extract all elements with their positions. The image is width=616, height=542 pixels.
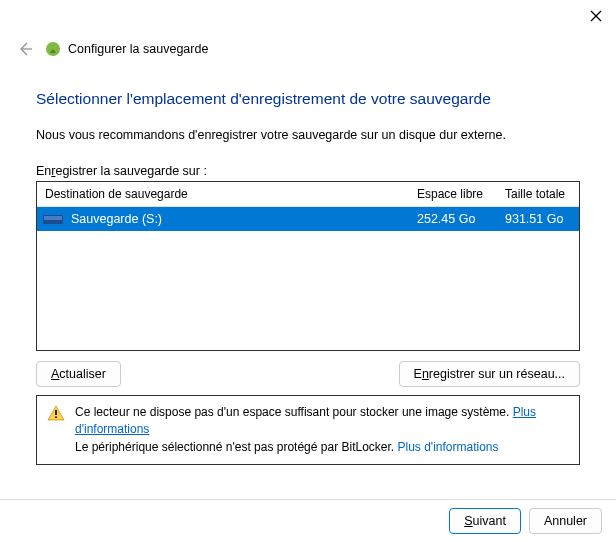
col-destination[interactable]: Destination de sauvegarde [37,182,409,206]
page-title: Sélectionner l'emplacement d'enregistrem… [36,90,580,108]
drive-icon [43,213,63,225]
back-button[interactable] [14,38,36,60]
col-total-size[interactable]: Taille totale [497,182,579,206]
drive-free: 252.45 Go [409,212,497,226]
recommendation-text: Nous vous recommandons d'enregistrer vot… [36,128,580,142]
svg-rect-5 [44,216,62,220]
warning1-text: Ce lecteur ne dispose pas d'un espace su… [75,405,513,419]
svg-rect-6 [55,410,57,415]
table-row[interactable]: Sauvegarde (S:) 252.45 Go 931.51 Go [37,207,579,231]
save-on-network-button[interactable]: Enregistrer sur un réseau... [399,361,580,387]
warning2-text: Le périphérique sélectionné n'est pas pr… [75,440,398,454]
save-on-label: Enregistrer la sauvegarde sur : [36,164,580,178]
cancel-button[interactable]: Annuler [529,508,602,534]
refresh-button[interactable]: Actualiser [36,361,121,387]
col-free-space[interactable]: Espace libre [409,182,497,206]
warning-box: Ce lecteur ne dispose pas d'un espace su… [36,395,580,465]
wizard-icon [44,40,62,58]
wizard-title: Configurer la sauvegarde [68,42,208,56]
svg-rect-7 [55,416,57,418]
warning-icon [47,405,65,421]
drive-name: Sauvegarde (S:) [71,212,162,226]
close-button[interactable] [590,8,606,24]
destination-table[interactable]: Destination de sauvegarde Espace libre T… [36,181,580,351]
warning2-link[interactable]: Plus d'informations [398,440,499,454]
svg-point-3 [46,42,60,56]
next-button[interactable]: Suivant [449,508,521,534]
drive-total: 931.51 Go [497,212,579,226]
